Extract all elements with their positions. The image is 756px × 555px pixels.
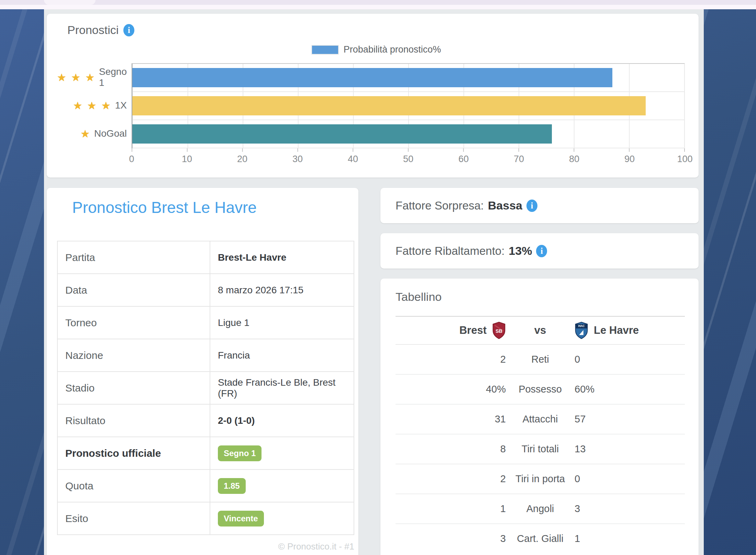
chart-category-label: ★NoGoal	[67, 120, 132, 148]
match-table-row: StadioStade Francis-Le Ble, Brest (FR)	[57, 372, 354, 404]
stat-away-value: 60%	[575, 384, 685, 395]
x-axis-tick-marks	[132, 148, 685, 152]
stat-home-value: 8	[396, 443, 506, 455]
row-label: Esito	[57, 502, 210, 535]
x-axis-tick: 80	[569, 154, 579, 165]
probability-bar-chart: ★ ★ ★Segno 1★ ★ ★1X★NoGoal	[67, 63, 685, 148]
row-value: 1.85	[210, 469, 354, 502]
stat-label: Attacchi	[506, 414, 575, 425]
x-axis-tick: 0	[129, 154, 134, 165]
value-badge: 1.85	[218, 478, 246, 494]
stat-row: 1Angoli3	[396, 494, 685, 524]
legend-label: Probabilità pronostico%	[344, 44, 441, 55]
chart-category-text: Segno 1	[99, 66, 127, 88]
pronostici-title-row: Pronostici i	[67, 23, 685, 37]
row-label: Risultato	[57, 404, 210, 437]
tabellino-card: Tabellino Brest SB vs	[380, 279, 699, 555]
pronostici-title: Pronostici	[67, 23, 119, 37]
row-label: Nazione	[57, 339, 210, 372]
stat-home-value: 1	[396, 503, 506, 514]
stat-row: 8Tiri totali13	[396, 434, 685, 464]
surprise-factor-card: Fattore Sorpresa: Bassa i	[380, 188, 699, 223]
chart-category-label: ★ ★ ★1X	[67, 91, 132, 120]
away-team-cell: HAC Le Havre	[575, 322, 685, 339]
legend-swatch	[311, 45, 339, 55]
info-icon[interactable]: i	[526, 200, 537, 212]
tabellino-header: Brest SB vs HAC	[396, 317, 685, 345]
match-table-row: PartitaBrest-Le Havre	[57, 241, 354, 274]
row-label: Pronostico ufficiale	[57, 437, 210, 469]
x-axis-tick: 40	[348, 154, 358, 165]
browser-toolbar-pill	[44, 0, 96, 5]
stat-label: Cart. Gialli	[506, 533, 575, 544]
away-team-name: Le Havre	[594, 324, 639, 337]
lehavre-crest-icon: HAC	[575, 322, 588, 339]
stat-home-value: 2	[396, 354, 506, 365]
star-rating: ★ ★ ★	[57, 71, 96, 83]
stat-row: 3Cart. Gialli1	[396, 524, 685, 553]
chart-category-label: ★ ★ ★Segno 1	[67, 63, 132, 91]
info-icon[interactable]: i	[123, 24, 134, 36]
value-badge: Vincente	[218, 511, 264, 526]
x-axis-tick: 50	[403, 154, 413, 165]
vs-label: vs	[506, 324, 575, 337]
stat-home-value: 31	[396, 414, 506, 425]
chart-bar	[132, 96, 646, 115]
star-rating: ★ ★ ★	[73, 100, 111, 112]
stat-label: Tiri in porta	[506, 473, 575, 485]
chart-bar-row	[132, 64, 684, 92]
match-table: PartitaBrest-Le HavreData8 marzo 2026 17…	[57, 241, 354, 535]
comeback-factor-card: Fattore Ribaltamento: 13% i	[380, 233, 699, 269]
tabellino-stats: 2Reti040%Possesso60%31Attacchi578Tiri to…	[396, 345, 685, 553]
stat-row: 2Reti0	[396, 345, 685, 375]
pronostici-chart-card: Pronostici i Probabilità pronostico% ★ ★…	[47, 14, 699, 178]
match-table-row: EsitoVincente	[57, 502, 354, 535]
tabellino-table: Brest SB vs HAC	[396, 316, 685, 553]
home-team-name: Brest	[459, 324, 487, 337]
chart-category-text: NoGoal	[94, 128, 127, 139]
row-label: Data	[57, 274, 210, 306]
match-table-row: TorneoLigue 1	[57, 306, 354, 339]
stat-label: Angoli	[506, 503, 575, 514]
stat-away-value: 13	[575, 443, 685, 455]
row-value: Francia	[210, 339, 354, 372]
value-badge: Segno 1	[218, 445, 262, 461]
stat-away-value: 3	[575, 503, 685, 514]
row-value: Ligue 1	[210, 306, 354, 339]
stat-home-value: 2	[396, 473, 506, 485]
row-value: 2-0 (1-0)	[210, 404, 354, 437]
x-axis-tick: 70	[514, 154, 524, 165]
browser-top-bar	[0, 0, 756, 9]
x-axis-tick: 10	[182, 154, 192, 165]
chart-category-labels: ★ ★ ★Segno 1★ ★ ★1X★NoGoal	[67, 63, 132, 148]
row-value: Stade Francis-Le Ble, Brest (FR)	[210, 372, 354, 404]
info-icon[interactable]: i	[536, 245, 547, 257]
right-column: Fattore Sorpresa: Bassa i Fattore Ribalt…	[380, 188, 699, 555]
stat-away-value: 1	[575, 533, 685, 544]
page-title: Pronostico Brest Le Havre	[47, 188, 358, 217]
comeback-factor-value: 13%	[509, 244, 532, 258]
match-table-row: Quota1.85	[57, 469, 354, 502]
match-table-row: Pronostico ufficialeSegno 1	[57, 437, 354, 469]
x-axis-tick: 90	[624, 154, 635, 165]
copyright-credit: © Pronostico.it - #1	[47, 541, 358, 552]
stat-away-value: 57	[575, 414, 685, 425]
x-axis-tick: 30	[292, 154, 303, 165]
stat-away-value: 0	[575, 354, 685, 365]
match-table-row: NazioneFrancia	[57, 339, 354, 372]
row-value: Brest-Le Havre	[210, 241, 354, 274]
svg-text:SB: SB	[496, 328, 502, 334]
tabellino-title: Tabellino	[396, 290, 685, 304]
match-table-row: Risultato2-0 (1-0)	[57, 404, 354, 437]
prediction-card: Pronostico Brest Le Havre PartitaBrest-L…	[47, 188, 358, 555]
chart-legend[interactable]: Probabilità pronostico%	[67, 44, 685, 55]
stat-away-value: 0	[575, 473, 685, 485]
stat-home-value: 40%	[396, 384, 506, 395]
row-label: Quota	[57, 469, 210, 502]
chart-bar	[132, 68, 612, 87]
surprise-factor-value: Bassa	[488, 199, 522, 212]
row-label: Torneo	[57, 306, 210, 339]
chart-bar	[132, 124, 552, 144]
x-axis-tick: 100	[677, 154, 692, 165]
surprise-factor-label: Fattore Sorpresa:	[396, 199, 484, 212]
